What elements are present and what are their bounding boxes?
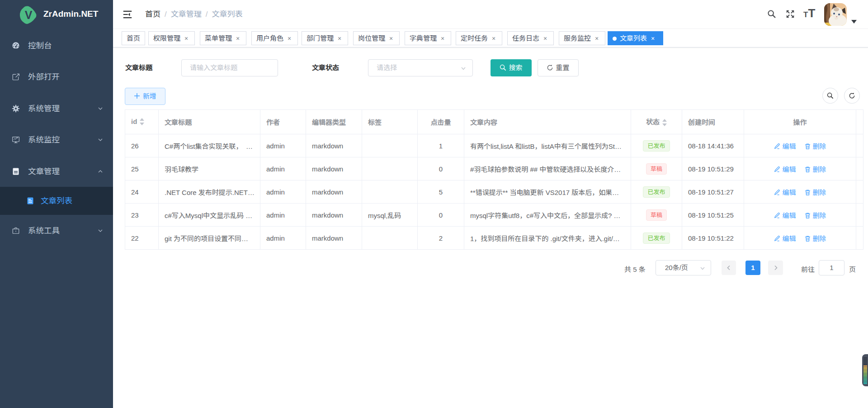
svg-text:V: V bbox=[25, 9, 33, 21]
